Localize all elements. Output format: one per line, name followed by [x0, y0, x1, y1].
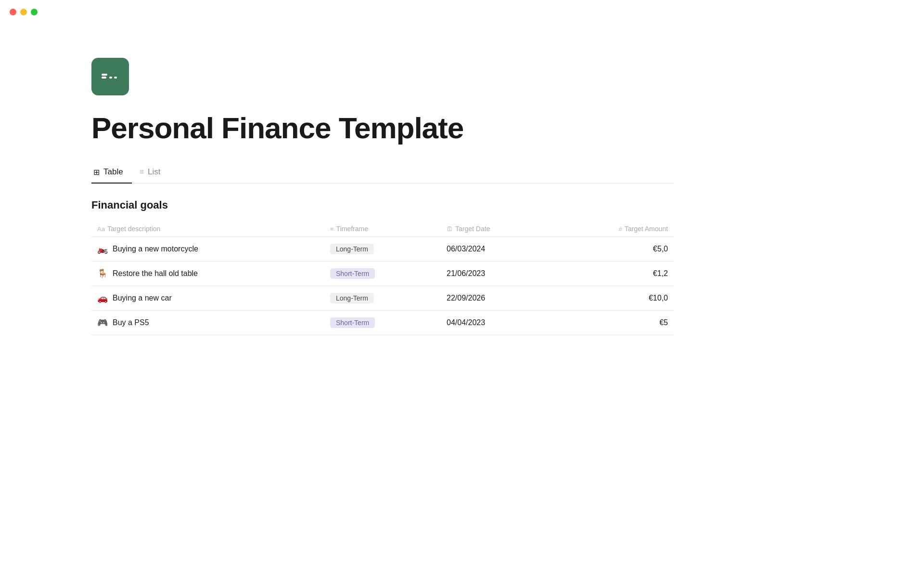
- section-title: Financial goals: [91, 199, 674, 211]
- row-description-3: Buy a PS5: [113, 318, 149, 327]
- close-button[interactable]: [10, 9, 16, 15]
- svg-rect-3: [114, 77, 117, 79]
- timeframe-badge-0: Long-Term: [330, 244, 374, 254]
- financial-goals-table: Aa Target description ≡ Timeframe 🗓 Targ…: [91, 221, 674, 335]
- page-content: Personal Finance Template ⊞ Table ≡ List…: [0, 0, 674, 364]
- row-emoji-2: 🚗: [97, 293, 108, 303]
- table-row[interactable]: 🪑 Restore the hall old table Short-Term …: [91, 262, 674, 286]
- row-description-2: Buying a new car: [113, 294, 172, 302]
- col-header-date: 🗓 Target Date: [441, 221, 557, 237]
- list-icon: ≡: [140, 168, 144, 176]
- timeframe-badge-2: Long-Term: [330, 293, 374, 303]
- svg-rect-2: [109, 77, 112, 79]
- table-icon: ⊞: [93, 168, 100, 177]
- list-col-icon: ≡: [330, 225, 334, 233]
- minimize-button[interactable]: [20, 9, 27, 15]
- tab-list[interactable]: ≡ List: [138, 162, 169, 184]
- page-title: Personal Finance Template: [91, 111, 674, 145]
- table-row[interactable]: 🚗 Buying a new car Long-Term 22/09/2026 …: [91, 286, 674, 311]
- col-header-description: Aa Target description: [91, 221, 324, 237]
- cell-timeframe-2: Long-Term: [324, 286, 441, 311]
- row-emoji-3: 🎮: [97, 317, 108, 328]
- cell-amount-0: €5,0: [557, 237, 674, 262]
- table-header-row: Aa Target description ≡ Timeframe 🗓 Targ…: [91, 221, 674, 237]
- cell-date-2: 22/09/2026: [441, 286, 557, 311]
- tab-table-label: Table: [103, 167, 123, 177]
- calendar-icon: 🗓: [447, 225, 453, 233]
- svg-rect-4: [102, 77, 106, 79]
- col-label-date: Target Date: [455, 225, 490, 233]
- cell-timeframe-0: Long-Term: [324, 237, 441, 262]
- cell-date-1: 21/06/2023: [441, 262, 557, 286]
- col-label-amount: Target Amount: [625, 225, 668, 233]
- cell-description-1: 🪑 Restore the hall old table: [91, 262, 324, 286]
- col-header-timeframe: ≡ Timeframe: [324, 221, 441, 237]
- row-emoji-1: 🪑: [97, 268, 108, 279]
- tabs-bar: ⊞ Table ≡ List: [91, 162, 674, 184]
- cell-date-0: 06/03/2024: [441, 237, 557, 262]
- row-description-0: Buying a new motorcycle: [113, 245, 198, 253]
- table-row[interactable]: 🏍️ Buying a new motorcycle Long-Term 06/…: [91, 237, 674, 262]
- window-controls: [0, 0, 47, 24]
- cell-description-0: 🏍️ Buying a new motorcycle: [91, 237, 324, 262]
- cell-amount-2: €10,0: [557, 286, 674, 311]
- tab-table[interactable]: ⊞ Table: [91, 162, 132, 184]
- col-label-timeframe: Timeframe: [336, 225, 368, 233]
- tab-list-label: List: [148, 167, 160, 177]
- cell-amount-1: €1,2: [557, 262, 674, 286]
- page-icon: [91, 58, 129, 95]
- col-label-description: Target description: [107, 225, 161, 233]
- cell-description-3: 🎮 Buy a PS5: [91, 311, 324, 335]
- svg-rect-1: [102, 74, 107, 76]
- hash-icon: #: [618, 225, 622, 233]
- cell-timeframe-1: Short-Term: [324, 262, 441, 286]
- cell-description-2: 🚗 Buying a new car: [91, 286, 324, 311]
- cell-timeframe-3: Short-Term: [324, 311, 441, 335]
- timeframe-badge-3: Short-Term: [330, 317, 375, 328]
- col-header-amount: # Target Amount: [557, 221, 674, 237]
- table-row[interactable]: 🎮 Buy a PS5 Short-Term 04/04/2023 €5: [91, 311, 674, 335]
- row-description-1: Restore the hall old table: [113, 269, 198, 278]
- timeframe-badge-1: Short-Term: [330, 268, 375, 279]
- maximize-button[interactable]: [31, 9, 38, 15]
- aa-icon: Aa: [97, 225, 105, 233]
- row-emoji-0: 🏍️: [97, 244, 108, 254]
- cell-date-3: 04/04/2023: [441, 311, 557, 335]
- cell-amount-3: €5: [557, 311, 674, 335]
